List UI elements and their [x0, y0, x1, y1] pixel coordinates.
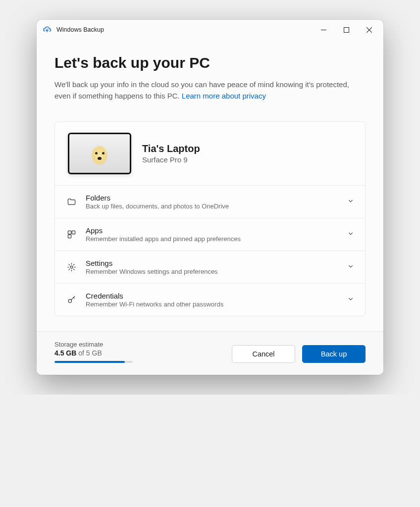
- option-title: Folders: [86, 194, 338, 202]
- app-window: Windows Backup Let's back up your PC We'…: [37, 20, 383, 375]
- option-apps[interactable]: Apps Remember installed apps and pinned …: [55, 218, 365, 251]
- storage-label: Storage estimate: [54, 341, 225, 348]
- option-desc: Remember installed apps and pinned app p…: [86, 235, 338, 243]
- footer: Storage estimate 4.5 GB of 5 GB Cancel B…: [37, 331, 383, 375]
- minimize-icon: [321, 27, 326, 33]
- svg-rect-0: [344, 27, 349, 32]
- chevron-down-icon: [347, 230, 354, 239]
- cloud-backup-icon: [43, 25, 52, 34]
- option-title: Settings: [86, 259, 338, 267]
- device-info: Tia's Laptop Surface Pro 9: [142, 143, 200, 164]
- storage-bar: [54, 361, 133, 363]
- page-subtitle: We'll back up your info in the cloud so …: [54, 79, 352, 101]
- storage-estimate: Storage estimate 4.5 GB of 5 GB: [54, 341, 225, 363]
- content-area: Let's back up your PC We'll back up your…: [37, 40, 383, 331]
- option-text: Folders Back up files, documents, and ph…: [86, 194, 338, 210]
- page-title: Let's back up your PC: [54, 54, 366, 71]
- folder-icon: [66, 197, 77, 207]
- backup-button[interactable]: Back up: [302, 345, 366, 363]
- device-row: Tia's Laptop Surface Pro 9: [55, 122, 365, 186]
- chevron-down-icon: [347, 263, 354, 272]
- window-controls: [312, 22, 380, 38]
- option-settings[interactable]: Settings Remember Windows settings and p…: [55, 251, 365, 284]
- privacy-link[interactable]: Learn more about privacy: [182, 92, 266, 100]
- storage-of: of 5 GB: [76, 349, 102, 357]
- storage-bar-fill: [54, 361, 125, 363]
- storage-used: 4.5 GB: [54, 349, 76, 357]
- option-credentials[interactable]: Credentials Remember Wi-Fi networks and …: [55, 284, 365, 316]
- option-text: Credentials Remember Wi-Fi networks and …: [86, 292, 338, 308]
- svg-rect-3: [68, 235, 71, 238]
- svg-point-4: [70, 266, 73, 268]
- device-name: Tia's Laptop: [142, 143, 200, 154]
- option-desc: Remember Wi-Fi networks and other passwo…: [86, 301, 338, 308]
- device-thumbnail: [68, 133, 131, 174]
- storage-line: 4.5 GB of 5 GB: [54, 349, 225, 357]
- svg-rect-2: [72, 231, 75, 234]
- key-icon: [66, 295, 77, 305]
- svg-rect-1: [68, 231, 71, 234]
- option-desc: Back up files, documents, and photos to …: [86, 203, 338, 210]
- backup-panel: Tia's Laptop Surface Pro 9 Folders Back …: [54, 121, 366, 316]
- close-icon: [367, 27, 372, 33]
- option-title: Apps: [86, 226, 338, 235]
- maximize-icon: [344, 27, 349, 33]
- option-text: Settings Remember Windows settings and p…: [86, 259, 338, 275]
- option-folders[interactable]: Folders Back up files, documents, and ph…: [55, 186, 365, 218]
- close-button[interactable]: [358, 22, 380, 38]
- option-title: Credentials: [86, 292, 338, 300]
- option-desc: Remember Windows settings and preference…: [86, 268, 338, 275]
- maximize-button[interactable]: [335, 22, 358, 38]
- app-title: Windows Backup: [56, 26, 312, 33]
- chevron-down-icon: [347, 198, 354, 206]
- titlebar: Windows Backup: [37, 20, 383, 40]
- option-text: Apps Remember installed apps and pinned …: [86, 226, 338, 243]
- device-model: Surface Pro 9: [142, 155, 200, 164]
- gear-icon: [66, 262, 77, 273]
- minimize-button[interactable]: [312, 22, 335, 38]
- apps-icon: [66, 229, 77, 240]
- chevron-down-icon: [347, 296, 354, 304]
- cancel-button[interactable]: Cancel: [232, 345, 295, 363]
